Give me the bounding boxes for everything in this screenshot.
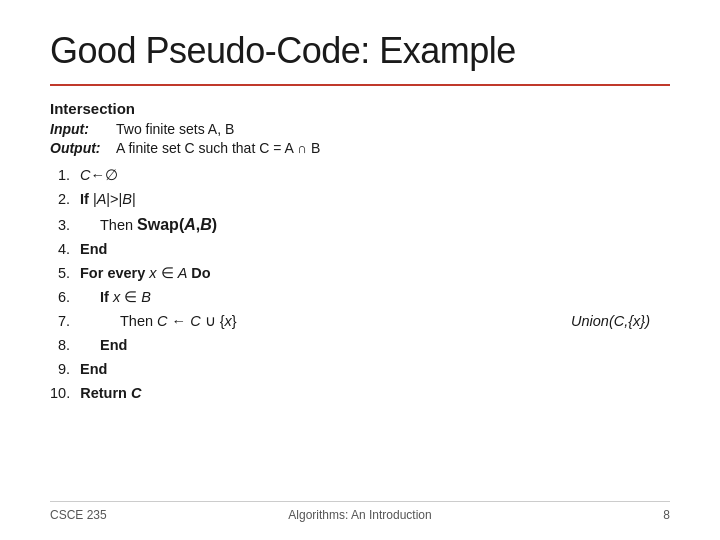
line-content-4: End	[80, 238, 670, 262]
output-label: Output:	[50, 140, 110, 156]
section-label: Intersection	[50, 100, 670, 117]
then-label-7: Then	[120, 313, 157, 329]
slide-title: Good Pseudo-Code: Example	[50, 30, 670, 72]
line-num-5: 5.	[50, 262, 80, 286]
swap-label: Swap(A,B)	[137, 216, 217, 233]
code-line-10: 10. Return C	[50, 382, 670, 406]
kw-if-2: If	[80, 191, 93, 207]
then-label: Then	[100, 217, 137, 233]
line-num-9: 9.	[50, 358, 80, 382]
line-content-10: Return C	[80, 382, 670, 406]
line-content-1: C←∅	[80, 164, 670, 188]
code-line-5: 5. For every x ∈ A Do	[50, 262, 670, 286]
code-line-3: 3. Then Swap(A,B)	[50, 212, 670, 238]
line-content-3: Then Swap(A,B)	[80, 212, 670, 238]
footer-left: CSCE 235	[50, 508, 107, 522]
code-line-1: 1. C←∅	[50, 164, 670, 188]
footer: CSCE 235 Algorithms: An Introduction 8	[50, 501, 670, 522]
kw-end-4: End	[80, 241, 107, 257]
kw-for-5: For every	[80, 265, 149, 281]
footer-center: Algorithms: An Introduction	[288, 508, 431, 522]
kw-return-10: Return	[80, 385, 131, 401]
line-num-4: 4.	[50, 238, 80, 262]
output-line: Output: A finite set C such that C = A ∩…	[50, 140, 670, 156]
line-num-6: 6.	[50, 286, 80, 310]
code-line-7: 7. Then C ← C ∪ {x} Union(C,{x})	[50, 310, 670, 334]
code-line-6: 6. If x ∈ B	[50, 286, 670, 310]
code-line-2: 2. If |A|>|B|	[50, 188, 670, 212]
code-line-9: 9. End	[50, 358, 670, 382]
line-num-8: 8.	[50, 334, 80, 358]
union-note: Union(C,{x})	[571, 310, 650, 334]
kw-end-9: End	[80, 361, 107, 377]
input-label: Input:	[50, 121, 110, 137]
line-num-1: 1.	[50, 164, 80, 188]
line-content-2: If |A|>|B|	[80, 188, 670, 212]
line-num-3: 3.	[50, 214, 80, 238]
line-1-text: C	[80, 167, 90, 183]
line-content-5: For every x ∈ A Do	[80, 262, 670, 286]
line-num-10: 10.	[50, 382, 80, 406]
code-line-4: 4. End	[50, 238, 670, 262]
line-num-2: 2.	[50, 188, 80, 212]
code-block: 1. C←∅ 2. If |A|>|B| 3. Then Swap(A,B) 4…	[50, 164, 670, 406]
line-content-6: If x ∈ B	[80, 286, 670, 310]
line-num-7: 7.	[50, 310, 80, 334]
input-text: Two finite sets A, B	[116, 121, 234, 137]
footer-right: 8	[663, 508, 670, 522]
divider	[50, 84, 670, 86]
input-line: Input: Two finite sets A, B	[50, 121, 670, 137]
kw-if-6: If	[100, 289, 113, 305]
code-line-8: 8. End	[50, 334, 670, 358]
kw-end-8: End	[100, 337, 127, 353]
line-content-8: End	[80, 334, 670, 358]
line-content-9: End	[80, 358, 670, 382]
output-text: A finite set C such that C = A ∩ B	[116, 140, 320, 156]
slide: Good Pseudo-Code: Example Intersection I…	[0, 0, 720, 540]
